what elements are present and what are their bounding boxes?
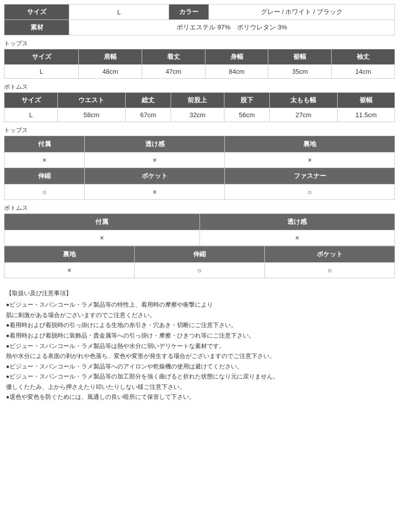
tops-row-1: 48cm bbox=[79, 65, 142, 79]
tops-header-4: 裾幅 bbox=[268, 49, 332, 65]
notes-item-7: ●ビジュー・スパンコール・ラメ製品等の加工部分を強く曲げると折れた状態になり元に… bbox=[6, 372, 393, 382]
bottoms-header-6: 裾幅 bbox=[337, 93, 395, 108]
tops-row-0: L bbox=[4, 65, 79, 79]
bot-feat-h2-2: ポケット bbox=[265, 246, 395, 263]
bot-feat-h1-0: 付属 bbox=[4, 214, 200, 230]
tops-row-5: 14cm bbox=[332, 65, 395, 79]
bot-feat-v2-0: × bbox=[4, 263, 135, 278]
tops-size-table: サイズ 肩幅 着丈 身幅 裾幅 袖丈 L 48cm 47cm 84cm 35cm… bbox=[4, 49, 395, 79]
tops-feat-v2-2: ○ bbox=[225, 184, 395, 200]
tops-row-3: 84cm bbox=[205, 65, 268, 79]
main-info-table: サイズ L カラー グレー / ホワイト / ブラック 素材 ポリエステル 97… bbox=[4, 4, 395, 35]
material-value-cell: ポリエステル 97% ポリウレタン 3% bbox=[69, 20, 395, 35]
bottoms-header-0: サイズ bbox=[4, 93, 58, 108]
color-label-cell: カラー bbox=[169, 4, 209, 20]
bottoms-header-1: ウエスト bbox=[58, 93, 126, 108]
notes-item-6: ●ビジュー・スパンコール・ラメ製品等へのアイロンや乾燥機の使用は避けてください。 bbox=[6, 362, 393, 372]
bot-feat-h2-0: 裏地 bbox=[4, 246, 135, 263]
bottoms-header-5: 太もも幅 bbox=[269, 93, 337, 108]
bottoms-feature-table: 付属 透け感 × × bbox=[4, 213, 395, 246]
bottoms-header-3: 前股上 bbox=[171, 93, 224, 108]
size-value-cell: L bbox=[69, 4, 169, 20]
tops-row-2: 47cm bbox=[142, 65, 205, 79]
bottoms-feature-table2: 裏地 伸縮 ポケット × ○ ○ bbox=[4, 246, 395, 278]
material-label-cell: 素材 bbox=[4, 20, 69, 35]
tops-feat-h1-0: 付属 bbox=[4, 136, 85, 153]
tops-row-4: 35cm bbox=[268, 65, 332, 79]
tops-feat-h2-0: 伸縮 bbox=[4, 168, 85, 184]
tops-feat-v2-1: × bbox=[85, 184, 225, 200]
tops-feat-h1-1: 透け感 bbox=[85, 136, 225, 153]
bottoms-row-6: 11.5cm bbox=[337, 108, 395, 122]
tops-header-3: 身幅 bbox=[205, 49, 268, 65]
notes-section: 【取扱い及び注意事項】 ●ビジュー・スパンコール・ラメ製品等の特性上、着用時の摩… bbox=[4, 288, 395, 402]
bottoms-row-4: 56cm bbox=[224, 108, 269, 122]
bottoms-row-1: 58cm bbox=[58, 108, 126, 122]
tops-header-2: 着丈 bbox=[142, 49, 205, 65]
tops-feature-table: 付属 透け感 裏地 × × × 伸縮 ポケット ファスナー ○ × ○ bbox=[4, 136, 395, 200]
bottoms-header-4: 股下 bbox=[224, 93, 269, 108]
tops-header-0: サイズ bbox=[4, 49, 79, 65]
tops-feat-h1-2: 裏地 bbox=[225, 136, 395, 153]
tops-features-label: トップス bbox=[4, 125, 395, 136]
bottoms-header-2: 総丈 bbox=[125, 93, 171, 108]
notes-item-9: ●退色や変色を防ぐためには、風通しの良い暗所にて保管して下さい。 bbox=[6, 392, 393, 402]
notes-title: 【取扱い及び注意事項】 bbox=[6, 288, 393, 298]
bottoms-row-3: 32cm bbox=[171, 108, 224, 122]
page-wrapper: サイズ L カラー グレー / ホワイト / ブラック 素材 ポリエステル 97… bbox=[0, 0, 399, 407]
bottoms-row-0: L bbox=[4, 108, 58, 122]
tops-header-5: 袖丈 bbox=[332, 49, 395, 65]
bot-feat-v2-1: ○ bbox=[135, 263, 265, 278]
tops-feat-v2-0: ○ bbox=[4, 184, 85, 200]
tops-feat-h2-1: ポケット bbox=[85, 168, 225, 184]
bot-feat-h1-1: 透け感 bbox=[200, 214, 395, 230]
bottoms-row-2: 67cm bbox=[125, 108, 171, 122]
notes-item-8: 優しくたたみ、上から押さえたり叩いたりしない様ご注意下さい。 bbox=[6, 382, 393, 392]
bottoms-size-label: ボトムス bbox=[4, 82, 395, 92]
bot-feat-v2-2: ○ bbox=[265, 263, 395, 278]
tops-header-1: 肩幅 bbox=[79, 49, 142, 65]
notes-item-0: ●ビジュー・スパンコール・ラメ製品等の特性上、着用時の摩擦や衝撃により bbox=[6, 300, 393, 310]
bottoms-row-5: 27cm bbox=[269, 108, 337, 122]
bot-feat-v1-1: × bbox=[200, 230, 395, 246]
tops-size-label: トップス bbox=[4, 38, 395, 49]
bottoms-size-table: サイズ ウエスト 総丈 前股上 股下 太もも幅 裾幅 L 58cm 67cm 3… bbox=[4, 92, 395, 122]
notes-item-2: ●着用時および着脱時の引っ掛けによる生地の糸引き・穴あき・切断にご注意下さい。 bbox=[6, 321, 393, 331]
notes-item-1: 肌に刺激がある場合がございますのでご注意ください。 bbox=[6, 311, 393, 321]
bot-feat-h2-1: 伸縮 bbox=[135, 246, 265, 263]
color-value-cell: グレー / ホワイト / ブラック bbox=[209, 4, 395, 20]
bot-feat-v1-0: × bbox=[4, 230, 200, 246]
tops-feat-v1-0: × bbox=[4, 153, 85, 168]
tops-feat-v1-2: × bbox=[225, 153, 395, 168]
size-label-cell: サイズ bbox=[4, 4, 69, 20]
tops-feat-h2-2: ファスナー bbox=[225, 168, 395, 184]
notes-item-5: 熱や水分による表面の剥がれや色落ち、変色や変形が発生する場合がございますのでご注… bbox=[6, 352, 393, 361]
notes-item-4: ●ビジュー・スパンコール・ラメ製品等は熱や水分に弱いデリケートな素材です。 bbox=[6, 342, 393, 352]
tops-feat-v1-1: × bbox=[85, 153, 225, 168]
notes-item-3: ●着用時および着脱時に装飾品・貴金属等への引っ掛け・摩擦・ひきつれ等にご注意下さ… bbox=[6, 331, 393, 341]
bottoms-features-label: ボトムス bbox=[4, 203, 395, 213]
